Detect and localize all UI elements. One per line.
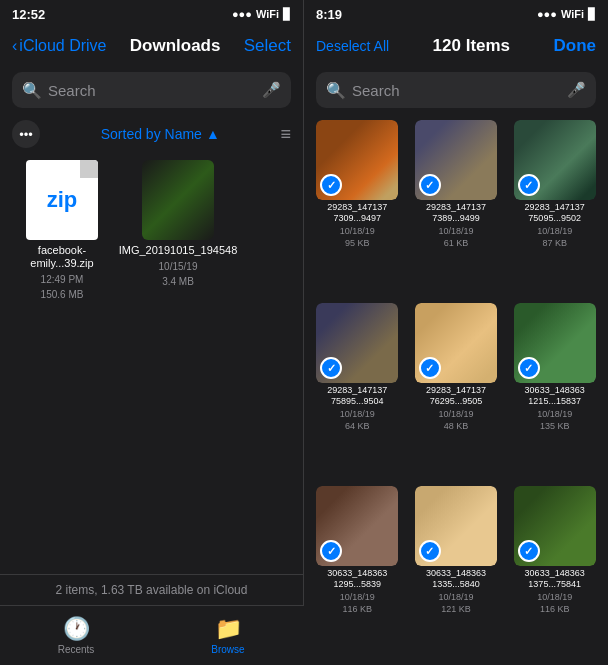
signal-icon-right: ●●●	[537, 8, 557, 20]
sort-bar: ••• Sorted by Name ▲ ≡	[0, 116, 303, 152]
back-label: iCloud Drive	[19, 37, 106, 55]
search-bar-right[interactable]: 🔍 Search 🎤	[316, 72, 596, 108]
sort-options-button[interactable]: •••	[12, 120, 40, 148]
wifi-icon-right: WiFi	[561, 8, 584, 20]
list-item[interactable]: ✓ 29283_14713776295...9505 10/18/19 48 K…	[411, 303, 502, 478]
deselect-all-button[interactable]: Deselect All	[316, 38, 389, 54]
file-list: zip facebook-emily...39.zip 12:49 PM 150…	[0, 152, 303, 574]
search-icon-right: 🔍	[326, 81, 346, 100]
page-title: Downloads	[130, 36, 221, 56]
tab-browse-label: Browse	[211, 644, 244, 655]
storage-status: 2 items, 1.63 TB available on iCloud	[0, 574, 303, 605]
sort-label-text: Sorted by Name	[101, 126, 202, 142]
browse-icon: 📁	[215, 616, 242, 642]
search-bar-left[interactable]: 🔍 Search 🎤	[12, 72, 291, 108]
battery-icon-left: ▊	[283, 8, 291, 21]
file-date-img: 10/15/19	[159, 261, 198, 272]
tab-bar-left: 🕐 Recents 📁 Browse	[0, 605, 304, 665]
photo-date-2: 10/18/19	[438, 226, 473, 236]
list-item[interactable]: IMG_20191015_194548 10/15/19 3.4 MB	[128, 160, 228, 566]
photo-thumb-7: ✓	[316, 486, 398, 566]
photo-date-6: 10/18/19	[537, 409, 572, 419]
photo-date-7: 10/18/19	[340, 592, 375, 602]
select-button[interactable]: Select	[244, 36, 291, 56]
list-item[interactable]: zip facebook-emily...39.zip 12:49 PM 150…	[12, 160, 112, 566]
photo-thumb-1: ✓	[316, 120, 398, 200]
photo-thumb-3: ✓	[514, 120, 596, 200]
tab-browse[interactable]: 📁 Browse	[200, 616, 256, 655]
list-item[interactable]: ✓ 29283_1471377389...9499 10/18/19 61 KB	[411, 120, 502, 295]
photo-size-3: 87 KB	[542, 238, 567, 248]
photo-name-7: 30633_1483631295...5839	[327, 568, 387, 590]
photo-date-4: 10/18/19	[340, 409, 375, 419]
tab-recents[interactable]: 🕐 Recents	[48, 616, 104, 655]
wifi-icon-left: WiFi	[256, 8, 279, 20]
file-icon-img	[138, 160, 218, 240]
sort-label[interactable]: Sorted by Name ▲	[101, 126, 220, 142]
photo-thumb-2: ✓	[415, 120, 497, 200]
search-icon-left: 🔍	[22, 81, 42, 100]
photo-date-5: 10/18/19	[438, 409, 473, 419]
photo-check-8[interactable]: ✓	[419, 540, 441, 562]
file-name-img: IMG_20191015_194548	[119, 244, 238, 257]
file-date-zip: 12:49 PM	[41, 274, 84, 285]
list-item[interactable]: ✓ 29283_14713775095...9502 10/18/19 87 K…	[509, 120, 600, 295]
photo-size-2: 61 KB	[444, 238, 469, 248]
list-item[interactable]: ✓ 30633_1483631215...15837 10/18/19 135 …	[509, 303, 600, 478]
photo-name-1: 29283_1471377309...9497	[327, 202, 387, 224]
photo-check-3[interactable]: ✓	[518, 174, 540, 196]
list-item[interactable]: ✓ 29283_14713775895...9504 10/18/19 64 K…	[312, 303, 403, 478]
photo-thumb-6: ✓	[514, 303, 596, 383]
recents-icon: 🕐	[63, 616, 90, 642]
right-panel: 8:19 ●●● WiFi ▊ Deselect All 120 Items D…	[304, 0, 608, 665]
done-button[interactable]: Done	[554, 36, 597, 56]
photo-check-6[interactable]: ✓	[518, 357, 540, 379]
storage-status-text: 2 items, 1.63 TB available on iCloud	[56, 583, 248, 597]
list-view-icon[interactable]: ≡	[280, 124, 291, 145]
photo-name-2: 29283_1471377389...9499	[426, 202, 486, 224]
photo-thumb-8: ✓	[415, 486, 497, 566]
back-button[interactable]: ‹ iCloud Drive	[12, 37, 106, 55]
items-count: 120 Items	[433, 36, 511, 56]
left-panel: 12:52 ●●● WiFi ▊ ‹ iCloud Drive Download…	[0, 0, 304, 665]
list-item[interactable]: ✓ 30633_1483631295...5839 10/18/19 116 K…	[312, 486, 403, 661]
mic-icon-left[interactable]: 🎤	[262, 81, 281, 99]
photo-date-3: 10/18/19	[537, 226, 572, 236]
photo-name-8: 30633_1483631335...5840	[426, 568, 486, 590]
photo-size-5: 48 KB	[444, 421, 469, 431]
photo-thumb-9: ✓	[514, 486, 596, 566]
status-bar-right: 8:19 ●●● WiFi ▊	[304, 0, 608, 24]
search-input-right[interactable]: Search	[352, 82, 561, 99]
photo-size-1: 95 KB	[345, 238, 370, 248]
status-icons-left: ●●● WiFi ▊	[232, 8, 291, 21]
back-chevron-icon: ‹	[12, 37, 17, 55]
file-size-zip: 150.6 MB	[41, 289, 84, 300]
sort-direction-icon: ▲	[206, 126, 220, 142]
photo-thumb-5: ✓	[415, 303, 497, 383]
photo-check-9[interactable]: ✓	[518, 540, 540, 562]
photo-check-5[interactable]: ✓	[419, 357, 441, 379]
photo-name-3: 29283_14713775095...9502	[525, 202, 585, 224]
photo-size-7: 116 KB	[343, 604, 373, 614]
photo-size-6: 135 KB	[540, 421, 570, 431]
zip-file-icon: zip	[26, 160, 98, 240]
signal-icon-left: ●●●	[232, 8, 252, 20]
photo-date-8: 10/18/19	[438, 592, 473, 602]
battery-icon-right: ▊	[588, 8, 596, 21]
photo-name-6: 30633_1483631215...15837	[525, 385, 585, 407]
list-item[interactable]: ✓ 30633_1483631375...75841 10/18/19 116 …	[509, 486, 600, 661]
list-item[interactable]: ✓ 30633_1483631335...5840 10/18/19 121 K…	[411, 486, 502, 661]
status-bar-left: 12:52 ●●● WiFi ▊	[0, 0, 303, 24]
mic-icon-right[interactable]: 🎤	[567, 81, 586, 99]
photo-size-4: 64 KB	[345, 421, 370, 431]
file-icon-zip: zip	[22, 160, 102, 240]
status-icons-right: ●●● WiFi ▊	[537, 8, 596, 21]
time-right: 8:19	[316, 7, 342, 22]
search-input-left[interactable]: Search	[48, 82, 256, 99]
image-thumbnail	[142, 160, 214, 240]
list-item[interactable]: ✓ 29283_1471377309...9497 10/18/19 95 KB	[312, 120, 403, 295]
time-left: 12:52	[12, 7, 45, 22]
photo-grid: ✓ 29283_1471377309...9497 10/18/19 95 KB…	[304, 116, 608, 665]
photo-check-2[interactable]: ✓	[419, 174, 441, 196]
photo-date-1: 10/18/19	[340, 226, 375, 236]
